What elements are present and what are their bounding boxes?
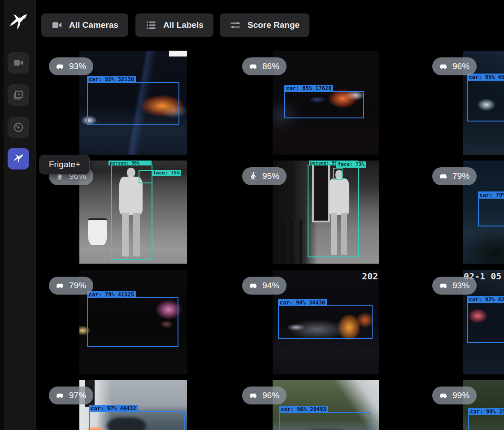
face-bounding-box: face: 75%: [139, 170, 152, 183]
frigate-bird-logo: [8, 12, 29, 32]
face-bbox-label: face: 75%: [152, 170, 181, 176]
all-labels-filter-button[interactable]: All Labels: [135, 13, 213, 37]
car-bounding-box: car: 85% 17628: [284, 91, 364, 118]
thumbnail-image: person: 96% face: 75%: [79, 161, 187, 264]
thumbnail-image: car: 96% 29493: [273, 380, 379, 430]
car-icon: [55, 391, 65, 401]
frigate-plus-page: Frigate+ All Cameras All Labels Score Ra…: [0, 0, 504, 430]
badge-score: 95%: [262, 171, 279, 181]
badge-score: 93%: [452, 281, 469, 291]
sidebar-item-live[interactable]: [8, 52, 29, 74]
detection-thumbnail[interactable]: car: 96% 29493 96%: [273, 380, 379, 430]
thumbnail-image: car: 85% 17628: [273, 51, 379, 155]
car-bbox-label: car: 79%: [478, 191, 504, 199]
detection-thumbnail[interactable]: car: 92% 32130 93%: [79, 51, 187, 155]
car-icon: [248, 391, 258, 401]
score-badge: 94%: [242, 277, 287, 295]
score-badge: 95%: [242, 167, 287, 185]
score-badge: 96%: [432, 57, 477, 75]
face-bounding-box: face: 73%: [333, 168, 343, 180]
detection-thumbnail[interactable]: 02-1 05 0 car: 92% 4216 93%: [463, 270, 504, 374]
frigate-plus-bird-icon: [13, 153, 24, 165]
all-labels-label: All Labels: [163, 20, 204, 30]
detection-thumbnail[interactable]: person: 96% face: 75% 96%: [79, 161, 187, 264]
car-icon: [248, 61, 258, 72]
thumbnail-image: car: 79% 41525: [79, 270, 187, 374]
car-bbox-label: car: 96% 29493: [279, 406, 328, 413]
all-cameras-label: All Cameras: [69, 20, 118, 30]
camera-timestamp-fragment: 202: [362, 271, 378, 282]
thumbnail-image: 202 car: 94% 34430: [273, 270, 379, 374]
thumbnail-image: person: 95% face: 73%: [273, 161, 379, 264]
camera-icon: [13, 57, 24, 69]
badge-score: 93%: [69, 61, 86, 71]
badge-score: 97%: [69, 391, 86, 400]
car-bounding-box: car: 92% 4216: [467, 302, 504, 343]
score-badge: 79%: [49, 277, 93, 295]
badge-score: 79%: [69, 281, 86, 291]
labels-list-icon: [145, 19, 157, 31]
score-badge: 99%: [432, 387, 477, 404]
car-bbox-label: car: 92% 32130: [87, 76, 136, 83]
score-badge: 93%: [432, 277, 477, 295]
sidebar-item-frigate-plus[interactable]: [8, 148, 29, 169]
frigate-plus-tooltip: Frigate+: [39, 155, 90, 174]
sidebar: [0, 0, 36, 430]
car-bbox-label: car: 95% 45260: [467, 74, 504, 81]
badge-score: 99%: [452, 391, 469, 400]
person-icon: [248, 171, 258, 182]
sidebar-item-review[interactable]: [8, 84, 29, 106]
detection-thumbnail[interactable]: car: 95% 45260 96%: [463, 51, 504, 155]
detection-thumbnail[interactable]: person: 95% face: 73% 95%: [273, 161, 379, 264]
detection-thumbnail[interactable]: car: 79% 41525 79%: [79, 270, 187, 374]
all-cameras-filter-button[interactable]: All Cameras: [41, 13, 128, 37]
score-badge: 86%: [242, 57, 287, 75]
car-bounding-box: car: 79% 41525: [87, 297, 178, 347]
badge-score: 94%: [262, 281, 279, 291]
detection-thumbnail[interactable]: car: 85% 17628 86%: [273, 51, 379, 155]
car-bounding-box: car: 96% 29493: [279, 412, 370, 430]
detection-thumbnail[interactable]: 202 car: 94% 34430 94%: [273, 270, 379, 374]
car-bbox-label: car: 97% 40432: [89, 405, 138, 412]
score-range-filter-button[interactable]: Score Range: [220, 13, 309, 37]
car-bbox-label: car: 92% 4216: [467, 296, 504, 303]
badge-score: 96%: [262, 391, 279, 400]
detection-thumbnail[interactable]: car: 99% 25 99%: [463, 380, 504, 430]
camera-icon: [51, 19, 63, 31]
car-icon: [438, 61, 448, 72]
car-bounding-box: car: 99% 25: [468, 414, 504, 430]
car-icon: [438, 391, 448, 401]
badge-score: 96%: [452, 61, 469, 71]
thumbnail-image: car: 97% 40432: [79, 380, 187, 430]
railing: [273, 220, 304, 264]
car-bounding-box: car: 97% 40432: [89, 411, 185, 430]
car-bbox-label: car: 85% 17628: [284, 85, 333, 92]
sidebar-item-export[interactable]: [8, 117, 29, 138]
car-icon: [438, 171, 448, 182]
badge-score: 79%: [452, 171, 469, 181]
car-bounding-box: car: 79%: [478, 198, 504, 226]
badge-score: 86%: [262, 61, 279, 71]
car-icon: [248, 281, 258, 291]
car-bounding-box: car: 95% 45260: [467, 80, 504, 122]
score-badge: 96%: [242, 387, 287, 404]
timestamp-chip: [169, 51, 187, 56]
detection-thumbnail[interactable]: car: 97% 40432 97%: [79, 380, 187, 430]
bucket: [88, 218, 107, 245]
score-sliders-icon: [230, 19, 241, 31]
face-bbox-label: face: 73%: [336, 161, 366, 168]
score-badge: 93%: [49, 57, 93, 75]
detection-thumbnail[interactable]: car: 79% 79%: [463, 161, 504, 264]
car-bbox-label: car: 99% 25: [468, 408, 504, 415]
car-icon: [55, 281, 65, 291]
score-badge: 79%: [432, 167, 477, 185]
car-icon: [55, 61, 65, 72]
car-icon: [438, 281, 448, 291]
car-bounding-box: car: 94% 34430: [278, 305, 373, 339]
car-bbox-label: car: 94% 34430: [278, 299, 327, 306]
thumbnail-image: car: 92% 32130: [79, 51, 187, 155]
score-range-label: Score Range: [248, 20, 300, 30]
score-badge: 97%: [49, 387, 93, 404]
export-disc-icon: [13, 122, 24, 133]
car-bbox-label: car: 79% 41525: [87, 291, 136, 298]
